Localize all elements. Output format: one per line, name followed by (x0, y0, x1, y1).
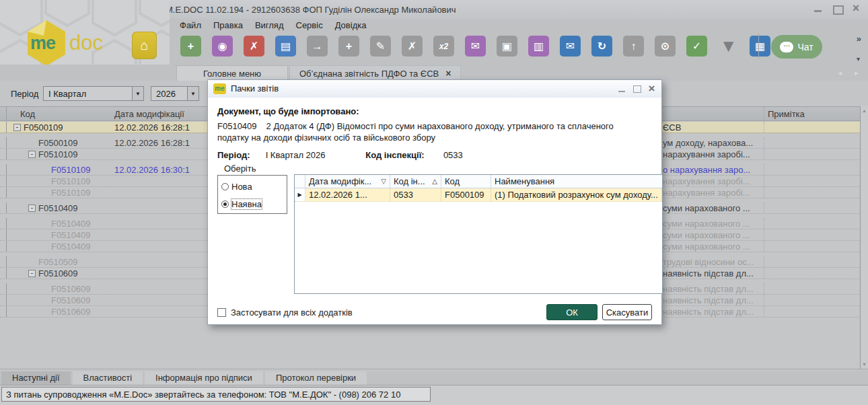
note-cell (764, 241, 860, 252)
bottom-tab[interactable]: Наступні дії (1, 371, 71, 385)
sync-mail-icon[interactable]: ↻ (591, 36, 612, 57)
icon-glyph: + (346, 40, 352, 52)
dialog-column-header[interactable]: Дата модифік...▽ (305, 175, 390, 188)
row-marker-icon: ▶ (295, 188, 305, 201)
menu-item[interactable]: Вигляд (249, 19, 290, 32)
delete-report-icon[interactable]: ✗ (244, 36, 264, 57)
menu-item[interactable]: Правка (207, 19, 249, 32)
tab-close-icon[interactable]: × (445, 68, 451, 79)
name-cell: нарахування заробі... (663, 188, 764, 198)
row-selector-cell (0, 164, 7, 175)
radio-option[interactable]: Нова (221, 181, 287, 192)
dialog-title: Пачки звітів (231, 83, 279, 94)
bottom-tab[interactable]: Інформація про підписи (145, 371, 263, 385)
refresh-table-icon[interactable]: ▦ (750, 36, 770, 57)
copy-document-icon[interactable]: ▤ (275, 36, 296, 57)
dialog-column-header[interactable]: Код ін...△ (390, 175, 441, 188)
toolbar-dropdown-icon[interactable]: ▾ (857, 55, 860, 63)
verify-check-icon[interactable]: ✓ (686, 36, 707, 57)
send-mail-icon[interactable]: ✉ (465, 36, 486, 57)
dialog-period-label: Період: (217, 150, 263, 160)
tree-cell: F0510409 (7, 242, 114, 252)
column-header-note[interactable]: Примітка (764, 107, 860, 120)
icon-glyph: ✓ (692, 40, 701, 52)
dialog-table: Дата модифік...▽Код ін...△КодНайменуванн… (294, 174, 663, 294)
inspection-code-value: 0533 (443, 150, 463, 160)
scroll-up-icon[interactable]: ▲ (862, 108, 867, 113)
report-code: F0500109 (38, 138, 78, 148)
icon-glyph: ✎ (376, 40, 385, 52)
add-attachment-icon[interactable]: + (338, 36, 359, 57)
note-cell (764, 137, 860, 148)
row-selector-cell (0, 268, 7, 279)
row-selector-cell (0, 187, 7, 198)
new-report-icon[interactable]: + (180, 36, 201, 57)
toolbar: +◉✗▤→+✎✗x2✉▣▥✉↻↑⊙✓▼▦ (180, 36, 770, 57)
dialog-column-header[interactable]: Найменування (491, 175, 662, 188)
close-icon[interactable]: × (851, 4, 861, 13)
radio-option[interactable]: Наявна (221, 198, 287, 209)
bottom-tab[interactable]: Протокол перевірки (265, 371, 367, 385)
tree-expander-icon[interactable]: - (13, 124, 21, 131)
filter-icon[interactable]: ▼ (718, 36, 739, 57)
search-document-icon[interactable]: ⊙ (655, 36, 676, 57)
edit-document-icon[interactable]: ✎ (370, 36, 391, 57)
column-header-code[interactable]: Код (7, 109, 114, 119)
cancel-button[interactable]: Скасувати (602, 304, 652, 320)
menu-item[interactable]: Сервіс (290, 19, 329, 32)
menu-item[interactable]: Файл (174, 19, 207, 32)
period-quarter-select[interactable]: І Квартал ▼ (43, 86, 144, 101)
tab-main-menu[interactable]: Головне меню (176, 65, 288, 81)
vertical-scrollbar[interactable]: ▲ ▼ (860, 106, 868, 369)
scroll-down-icon[interactable]: ▼ (862, 362, 867, 367)
chat-button[interactable]: ··· Чат (771, 35, 822, 59)
tab-unified-reporting[interactable]: Об’єднана звітність ПДФО та ЄСВ× (289, 65, 461, 81)
save-icon[interactable]: ▣ (497, 36, 517, 57)
tree-expander-icon[interactable]: - (28, 151, 36, 158)
period-year-select[interactable]: 2026 ▼ (151, 86, 199, 101)
dialog-table-row[interactable]: ▶12.02.2026 1...0533F0500109(1) Податков… (295, 188, 662, 202)
tree-expander-icon[interactable]: - (28, 205, 36, 212)
dialog-close-icon[interactable]: × (647, 85, 656, 93)
window-controls: × (813, 4, 861, 13)
name-cell: ум доходу, нарахова... (663, 138, 764, 148)
chevron-down-icon[interactable]: ▼ (132, 87, 143, 100)
remove-document-icon[interactable]: ✗ (402, 36, 423, 57)
apply-all-checkbox[interactable] (217, 308, 226, 317)
maximize-icon[interactable] (832, 4, 842, 13)
row-selector-cell (0, 283, 7, 294)
upload-archive-icon[interactable]: ↑ (623, 36, 644, 57)
inspection-code-label: Код інспекції: (365, 150, 441, 160)
dialog-minimize-icon[interactable] (618, 85, 626, 93)
column-label: Код (445, 176, 460, 186)
note-cell (764, 176, 860, 186)
dialog-header-selector (295, 175, 305, 188)
header-selector-cell (0, 107, 7, 120)
icon-glyph: ✗ (408, 40, 417, 52)
tab-strip: ◄ ► Головне менюОб’єднана звітність ПДФО… (0, 64, 868, 81)
tree-expander-icon[interactable]: - (28, 270, 36, 277)
column-header-date[interactable]: Дата модифікації (114, 109, 209, 119)
cell-name: (1) Податковий розрахунок сум доходу... (491, 188, 662, 201)
tab-scroll-arrows[interactable]: ◄ ► (836, 69, 864, 77)
report-packages-dialog: me Пачки звітів × Документ, що буде імпо… (207, 79, 662, 325)
dialog-maximize-icon[interactable] (632, 85, 641, 93)
radio-icon (221, 183, 229, 190)
print-icon[interactable]: ▥ (528, 36, 549, 57)
view-report-icon[interactable]: ◉ (212, 36, 233, 57)
receive-mail-icon[interactable]: ✉ (560, 36, 581, 57)
bottom-tab[interactable]: Властивості (73, 371, 143, 385)
toolbar-overflow-icon[interactable]: » (857, 34, 861, 44)
cell-date: 12.02.2026 1... (305, 188, 390, 201)
ok-button[interactable]: ОК (546, 304, 598, 320)
home-button[interactable]: ⌂ (132, 32, 157, 59)
dialog-column-header[interactable]: Код (441, 175, 491, 188)
chevron-down-icon[interactable]: ▼ (187, 87, 198, 100)
export-document-icon[interactable]: → (307, 36, 328, 57)
menu-item[interactable]: Довідка (329, 19, 373, 32)
duplicate-x2-icon[interactable]: x2 (433, 36, 454, 57)
dialog-titlebar: me Пачки звітів × (208, 80, 661, 98)
minimize-icon[interactable] (813, 4, 824, 13)
report-code: F0510609 (51, 307, 91, 317)
column-label: Найменування (495, 176, 554, 186)
